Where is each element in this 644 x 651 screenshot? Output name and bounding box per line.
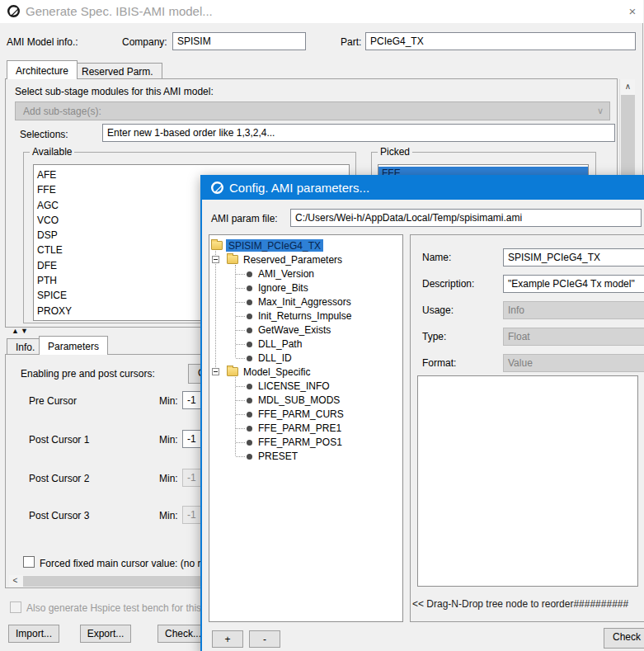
cursor-min-label: Min: xyxy=(159,434,178,446)
param-value-textarea[interactable] xyxy=(417,375,638,587)
import-button[interactable]: Import... xyxy=(8,625,59,643)
tree-leaf-label[interactable]: PRESET xyxy=(256,450,300,462)
detail-field-value: Info xyxy=(503,301,644,319)
tree-group-label[interactable]: Reserved_Parameters xyxy=(241,253,345,266)
tree-leaf-label[interactable]: FFE_PARM_POS1 xyxy=(256,436,345,448)
param-detail-panel: Name:SPISIM_PCIeG4_TXDescription:"Exampl… xyxy=(410,234,644,622)
main-close-icon[interactable]: × xyxy=(623,2,642,21)
remove-node-button[interactable]: - xyxy=(249,630,280,648)
tree-root-label[interactable]: SPISIM_PCIeG4_TX xyxy=(226,239,323,252)
part-label: Part: xyxy=(341,36,361,48)
tree-leaf-label[interactable]: MDL_SUB_MODS xyxy=(256,394,342,406)
company-field[interactable]: SPISIM xyxy=(172,32,306,50)
splitter-handle[interactable]: ▲▼ xyxy=(12,327,30,335)
export-button[interactable]: Export... xyxy=(80,625,131,643)
tree-leaf-row[interactable]: FFE_PARM_PRE1 xyxy=(209,421,402,435)
tree-leaf-label[interactable]: LICENSE_INFO xyxy=(256,380,332,392)
param-file-field[interactable]: C:/Users/Wei-h/AppData/Local/Temp/spisim… xyxy=(290,209,642,227)
tree-leaf-label[interactable]: FFE_PARM_PRE1 xyxy=(256,422,344,434)
detail-field-value: Value xyxy=(503,354,644,372)
tree-bullet-icon xyxy=(247,314,252,319)
tree-leaf-label[interactable]: Max_Init_Aggressors xyxy=(256,295,354,308)
tree-bullet-icon xyxy=(247,328,252,333)
tree-leaf-row[interactable]: FFE_PARM_POS1 xyxy=(209,435,402,449)
part-field[interactable]: PCIeG4_TX xyxy=(365,32,636,50)
tree-root-row[interactable]: SPISIM_PCIeG4_TX xyxy=(209,238,402,252)
detail-field-label: Description: xyxy=(422,278,474,290)
selections-label: Selections: xyxy=(20,129,68,140)
model-info-label: AMI Model info.: xyxy=(7,36,78,48)
detail-field-label: Type: xyxy=(422,331,446,342)
tree-leaf-row[interactable]: AMI_Version xyxy=(209,267,402,281)
config-logo-icon xyxy=(210,181,224,195)
main-window-title: Generate Spec. IBIS-AMI model... xyxy=(26,4,213,18)
tab-architecture[interactable]: Architecture xyxy=(7,60,78,79)
add-node-button[interactable]: + xyxy=(212,630,243,648)
tree-leaf-row[interactable]: PRESET xyxy=(209,449,402,463)
tree-leaf-row[interactable]: LICENSE_INFO xyxy=(209,379,402,393)
folder-icon xyxy=(227,255,238,264)
tree-leaf-label[interactable]: FFE_PARM_CURS xyxy=(256,408,346,420)
detail-field-value: Float xyxy=(503,328,644,346)
tree-leaf-label[interactable]: GetWave_Exists xyxy=(256,323,333,336)
tree-leaf-row[interactable]: Max_Init_Aggressors xyxy=(209,295,402,309)
tree-leaf-label[interactable]: AMI_Version xyxy=(256,267,317,280)
tree-bullet-icon xyxy=(247,300,252,305)
selections-field[interactable]: Enter new 1-based order like 1,3,2,4... xyxy=(102,124,615,142)
detail-field-label: Name: xyxy=(422,252,451,263)
tree-group-label[interactable]: Model_Specific xyxy=(241,366,313,378)
tree-group-row[interactable]: Reserved_Parameters xyxy=(209,252,402,267)
tab-parameters[interactable]: Parameters xyxy=(39,336,108,355)
tree-leaf-row[interactable]: GetWave_Exists xyxy=(209,323,402,337)
tree-leaf-row[interactable]: DLL_Path xyxy=(209,337,402,351)
tree-bullet-icon xyxy=(247,412,252,417)
hspice-checkbox-label: Also generate Hspice test bench for this… xyxy=(26,602,220,614)
tree-group-row[interactable]: Model_Specific xyxy=(209,365,402,379)
tree-leaf-row[interactable]: MDL_SUB_MODS xyxy=(209,393,402,407)
tree-leaf-label[interactable]: DLL_ID xyxy=(256,351,294,364)
scroll-left-icon[interactable]: < xyxy=(9,575,21,587)
cursor-min-label: Min: xyxy=(159,473,178,484)
add-substage-combo: Add sub-stage(s): ∨ xyxy=(15,101,610,120)
tree-expander-icon[interactable] xyxy=(212,368,219,375)
company-label: Company: xyxy=(122,36,167,48)
available-group-label: Available xyxy=(30,146,74,158)
tree-leaf-label[interactable]: Ignore_Bits xyxy=(256,281,311,294)
check-button-dialog[interactable]: Check xyxy=(604,628,644,649)
splitter-down-icon: ▼ xyxy=(21,327,30,335)
substage-group-label: Select sub-stage modules for this AMI mo… xyxy=(15,86,214,97)
config-titlebar[interactable]: Config. AMI parameters... xyxy=(202,177,644,200)
tree-bullet-icon xyxy=(247,440,252,446)
tree-leaf-row[interactable]: Init_Returns_Impulse xyxy=(209,309,402,323)
tree-bullet-icon xyxy=(247,398,252,403)
tree-leaf-label[interactable]: Init_Returns_Impulse xyxy=(256,309,354,322)
folder-icon xyxy=(211,241,223,250)
config-dialog-title: Config. AMI parameters... xyxy=(229,181,369,195)
cursor-row-label: Post Cursor 2 xyxy=(29,473,89,484)
param-tree: SPISIM_PCIeG4_TXReserved_ParametersAMI_V… xyxy=(209,235,402,463)
app-logo-icon xyxy=(7,4,21,18)
tree-bullet-icon xyxy=(247,426,252,432)
detail-field-value[interactable]: "Example PCIeG4 Tx model" xyxy=(503,275,644,293)
screen: Generate Spec. IBIS-AMI model... × AMI M… xyxy=(0,0,644,651)
scroll-up-icon[interactable]: ∧ xyxy=(620,79,636,93)
param-tree-panel[interactable]: SPISIM_PCIeG4_TXReserved_ParametersAMI_V… xyxy=(209,234,403,622)
main-titlebar[interactable]: Generate Spec. IBIS-AMI model... × xyxy=(0,0,643,23)
tree-expander-icon[interactable] xyxy=(212,256,219,263)
tree-bullet-icon xyxy=(247,384,252,389)
add-substage-placeholder: Add sub-stage(s): xyxy=(23,106,101,117)
enabling-cursors-label: Enabling pre and post cursors: xyxy=(21,368,155,380)
cursor-row-label: Pre Cursor xyxy=(29,395,77,407)
tab-reserved-parm[interactable]: Reserved Parm. xyxy=(73,63,162,79)
tree-leaf-row[interactable]: DLL_ID xyxy=(209,351,402,365)
detail-field-label: Format: xyxy=(422,357,456,369)
detail-field-label: Usage: xyxy=(422,304,454,316)
tree-leaf-label[interactable]: DLL_Path xyxy=(256,337,304,350)
combo-chevron-down-icon: ∨ xyxy=(597,106,604,116)
tree-leaf-row[interactable]: FFE_PARM_CURS xyxy=(209,407,402,421)
forced-fixed-checkbox[interactable] xyxy=(23,556,35,568)
detail-field-value[interactable]: SPISIM_PCIeG4_TX xyxy=(503,248,644,267)
cursor-row-label: Post Cursor 1 xyxy=(29,434,89,446)
tree-leaf-row[interactable]: Ignore_Bits xyxy=(209,281,402,295)
tree-group: Reserved_ParametersAMI_VersionIgnore_Bit… xyxy=(209,252,402,365)
